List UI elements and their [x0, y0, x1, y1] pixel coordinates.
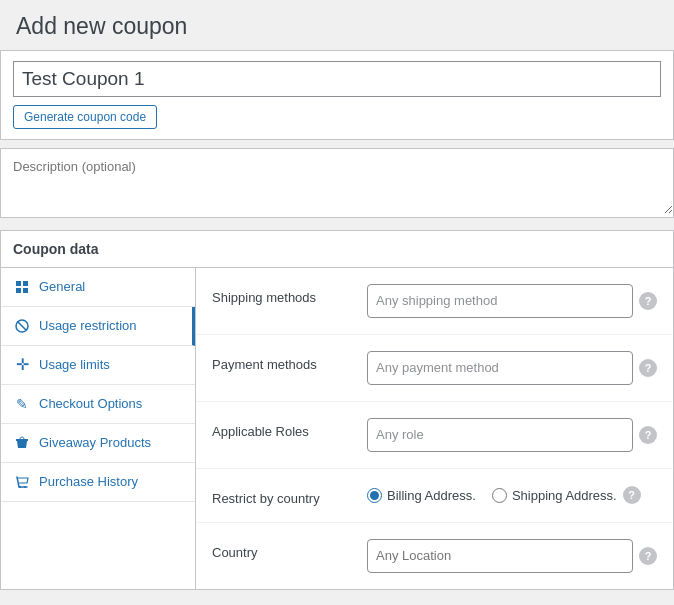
sidebar-item-usage-limits-label: Usage limits — [39, 357, 110, 372]
sidebar-item-general-label: General — [39, 279, 85, 294]
usage-restriction-icon — [13, 317, 31, 335]
restrict-radio-group: Billing Address. Shipping Address. — [367, 488, 617, 503]
shipping-methods-help-icon[interactable]: ? — [639, 292, 657, 310]
payment-methods-label: Payment methods — [212, 351, 367, 372]
svg-point-7 — [24, 486, 26, 488]
applicable-roles-help-icon[interactable]: ? — [639, 426, 657, 444]
country-label: Country — [212, 539, 367, 560]
country-help-icon[interactable]: ? — [639, 547, 657, 565]
applicable-roles-row: Applicable Roles Any role ? — [196, 402, 673, 469]
coupon-data-box: Coupon data General — [0, 230, 674, 590]
shipping-address-radio[interactable] — [492, 488, 507, 503]
svg-rect-0 — [16, 281, 21, 286]
svg-point-6 — [19, 486, 21, 488]
content-area: Shipping methods Any shipping method ? P… — [196, 268, 673, 589]
sidebar-item-giveaway-products-label: Giveaway Products — [39, 435, 151, 450]
coupon-data-body: General Usage restriction ✛ Usage limits… — [1, 268, 673, 589]
purchase-history-icon — [13, 473, 31, 491]
sidebar-item-usage-restriction-label: Usage restriction — [39, 318, 137, 333]
sidebar-item-checkout-options[interactable]: ✎ Checkout Options — [1, 385, 195, 424]
svg-rect-1 — [23, 281, 28, 286]
country-row: Country ? — [196, 523, 673, 589]
page-title: Add new coupon — [16, 12, 658, 42]
country-field-wrapper — [367, 539, 633, 573]
billing-address-radio[interactable] — [367, 488, 382, 503]
sidebar-item-general[interactable]: General — [1, 268, 195, 307]
payment-methods-help-icon[interactable]: ? — [639, 359, 657, 377]
country-content: ? — [367, 539, 657, 573]
sidebar-item-purchase-history[interactable]: Purchase History — [1, 463, 195, 502]
applicable-roles-label: Applicable Roles — [212, 418, 367, 439]
svg-rect-3 — [23, 288, 28, 293]
restrict-by-country-content: Billing Address. Shipping Address. ? — [367, 486, 657, 504]
sidebar-item-giveaway-products[interactable]: Giveaway Products — [1, 424, 195, 463]
sidebar-item-checkout-options-label: Checkout Options — [39, 396, 142, 411]
sidebar-item-usage-limits[interactable]: ✛ Usage limits — [1, 346, 195, 385]
applicable-roles-content: Any role ? — [367, 418, 657, 452]
description-textarea[interactable] — [1, 149, 673, 214]
payment-methods-select[interactable]: Any payment method — [367, 351, 633, 385]
generate-coupon-button[interactable]: Generate coupon code — [13, 105, 157, 129]
billing-address-radio-label[interactable]: Billing Address. — [367, 488, 476, 503]
shipping-address-radio-label[interactable]: Shipping Address. — [492, 488, 617, 503]
svg-line-5 — [18, 321, 27, 330]
restrict-by-country-label: Restrict by country — [212, 485, 367, 506]
coupon-name-input[interactable] — [13, 61, 661, 97]
general-icon — [13, 278, 31, 296]
payment-methods-content: Any payment method ? — [367, 351, 657, 385]
usage-limits-icon: ✛ — [13, 356, 31, 374]
checkout-options-icon: ✎ — [13, 395, 31, 413]
shipping-address-text: Shipping Address. — [512, 488, 617, 503]
shipping-methods-select[interactable]: Any shipping method — [367, 284, 633, 318]
sidebar-nav: General Usage restriction ✛ Usage limits… — [1, 268, 196, 589]
applicable-roles-select[interactable]: Any role — [367, 418, 633, 452]
sidebar-item-purchase-history-label: Purchase History — [39, 474, 138, 489]
restrict-by-country-help-icon[interactable]: ? — [623, 486, 641, 504]
sidebar-item-usage-restriction[interactable]: Usage restriction — [1, 307, 195, 346]
restrict-by-country-row: Restrict by country Billing Address. Shi… — [196, 469, 673, 523]
billing-address-text: Billing Address. — [387, 488, 476, 503]
page-header: Add new coupon Generate coupon code — [0, 0, 674, 218]
shipping-methods-label: Shipping methods — [212, 284, 367, 305]
svg-rect-2 — [16, 288, 21, 293]
shipping-methods-row: Shipping methods Any shipping method ? — [196, 268, 673, 335]
coupon-data-heading: Coupon data — [1, 231, 673, 268]
country-input[interactable] — [367, 539, 633, 573]
shipping-methods-content: Any shipping method ? — [367, 284, 657, 318]
coupon-name-section: Generate coupon code — [0, 50, 674, 140]
payment-methods-row: Payment methods Any payment method ? — [196, 335, 673, 402]
giveaway-products-icon — [13, 434, 31, 452]
description-section — [0, 148, 674, 218]
